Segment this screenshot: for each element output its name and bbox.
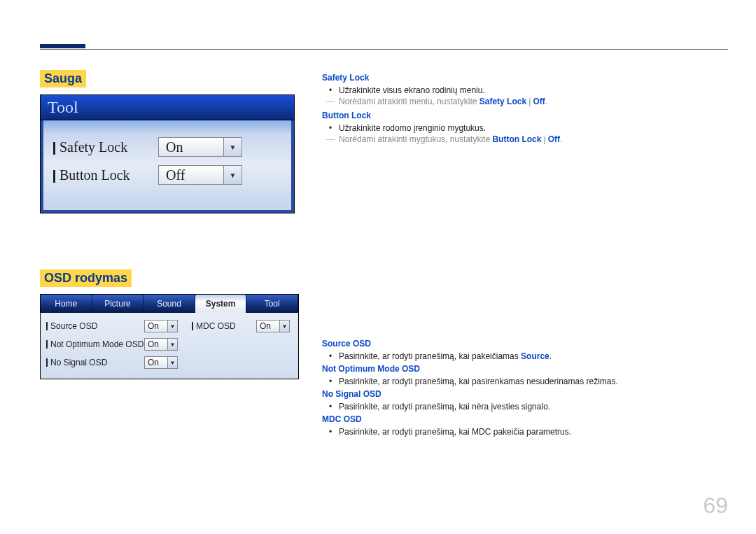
bar-icon xyxy=(46,322,48,330)
bar-icon xyxy=(46,358,48,367)
chevron-down-icon: ▼ xyxy=(230,143,237,151)
source-osd-dropdown[interactable]: On▼ xyxy=(144,320,178,332)
section-title-sauga: Sauga xyxy=(40,70,86,87)
tool-body: Safety Lock On ▼ Button Lock Off ▼ xyxy=(41,120,294,213)
osd-right-column: MDC OSD On▼ xyxy=(186,313,298,379)
term-button-lock: Button Lock xyxy=(322,111,721,120)
tool-row-label: Button Lock xyxy=(53,167,158,183)
page-number: 69 xyxy=(703,493,728,519)
row-no-signal-osd: No Signal OSD On▼ xyxy=(46,353,183,372)
bullet-text: Užrakinkite rodomo įrenginio mygtukus. xyxy=(322,123,721,133)
row-source-osd: Source OSD On▼ xyxy=(46,317,183,335)
button-lock-dropdown[interactable]: Off ▼ xyxy=(158,165,242,185)
chevron-down-icon: ▼ xyxy=(167,357,177,368)
row-mdc-osd: MDC OSD On▼ xyxy=(192,317,295,335)
tab-tool[interactable]: Tool xyxy=(246,295,298,313)
term-source-osd: Source OSD xyxy=(322,339,721,349)
mdc-osd-dropdown[interactable]: On▼ xyxy=(256,320,290,332)
tool-row-safety-lock: Safety Lock On ▼ xyxy=(43,133,291,161)
osd-left-column: Source OSD On▼ Not Optimum Mode OSD On▼ … xyxy=(41,313,186,379)
tab-sound[interactable]: Sound xyxy=(144,295,195,313)
tab-bar: Home Picture Sound System Tool xyxy=(41,295,298,313)
bar-icon xyxy=(192,322,193,330)
row-not-optimum-osd: Not Optimum Mode OSD On▼ xyxy=(46,335,183,353)
tab-picture[interactable]: Picture xyxy=(92,295,144,313)
chevron-down-icon: ▼ xyxy=(167,339,177,350)
safety-lock-dropdown[interactable]: On ▼ xyxy=(158,137,242,157)
osd-body: Source OSD On▼ Not Optimum Mode OSD On▼ … xyxy=(41,313,298,379)
tab-home[interactable]: Home xyxy=(41,295,92,313)
not-optimum-osd-dropdown[interactable]: On▼ xyxy=(144,338,178,351)
bullet-text: Pasirinkite, ar rodyti pranešimą, kai MD… xyxy=(322,427,721,437)
term-safety-lock: Safety Lock xyxy=(322,73,721,83)
screenshot-osd-display: Home Picture Sound System Tool Source OS… xyxy=(40,294,299,379)
chevron-down-icon: ▼ xyxy=(279,321,289,332)
sub-text: Norėdami atrakinti meniu, nustatykite Sa… xyxy=(322,97,721,106)
right-column: Safety Lock Užrakinkite visus ekrano rod… xyxy=(322,70,721,438)
tool-row-button-lock: Button Lock Off ▼ xyxy=(43,161,291,189)
screenshot-tool-menu: Tool Safety Lock On ▼ Button Lock Off ▼ xyxy=(40,94,295,213)
term-mdc-osd: MDC OSD xyxy=(322,414,721,424)
term-not-optimum-osd: Not Optimum Mode OSD xyxy=(322,364,721,374)
dropdown-button[interactable]: ▼ xyxy=(223,138,241,156)
bar-icon xyxy=(46,340,48,349)
dropdown-value: Off xyxy=(159,167,223,183)
header-accent xyxy=(40,44,85,48)
term-no-signal-osd: No Signal OSD xyxy=(322,389,721,399)
sub-text: Norėdami atrakinti mygtukus, nustatykite… xyxy=(322,134,721,144)
tool-row-label: Safety Lock xyxy=(53,139,158,155)
bullet-text: Pasirinkite, ar rodyti pranešimą, kai pa… xyxy=(322,377,721,386)
section-title-osd: OSD rodymas xyxy=(40,269,132,287)
bullet-text: Pasirinkite, ar rodyti pranešimą, kai nė… xyxy=(322,402,721,412)
bullet-text: Užrakinkite visus ekrano rodinių meniu. xyxy=(322,85,721,95)
bar-icon xyxy=(53,142,55,155)
desc-button-lock: Button Lock Užrakinkite rodomo įrenginio… xyxy=(322,111,721,144)
dropdown-button[interactable]: ▼ xyxy=(223,166,241,184)
dropdown-value: On xyxy=(159,139,223,155)
tab-system[interactable]: System xyxy=(195,295,247,313)
tool-header: Tool xyxy=(41,95,294,120)
chevron-down-icon: ▼ xyxy=(167,321,177,332)
bullet-text: Pasirinkite, ar rodyti pranešimą, kai pa… xyxy=(322,351,721,361)
desc-safety-lock: Safety Lock Užrakinkite visus ekrano rod… xyxy=(322,73,721,106)
header-rule xyxy=(40,49,728,50)
bar-icon xyxy=(53,170,55,183)
no-signal-osd-dropdown[interactable]: On▼ xyxy=(144,356,178,369)
chevron-down-icon: ▼ xyxy=(230,171,237,179)
left-column: Sauga Tool Safety Lock On ▼ Button Lock … xyxy=(40,70,299,379)
desc-osd-block: Source OSD Pasirinkite, ar rodyti praneš… xyxy=(322,339,721,437)
